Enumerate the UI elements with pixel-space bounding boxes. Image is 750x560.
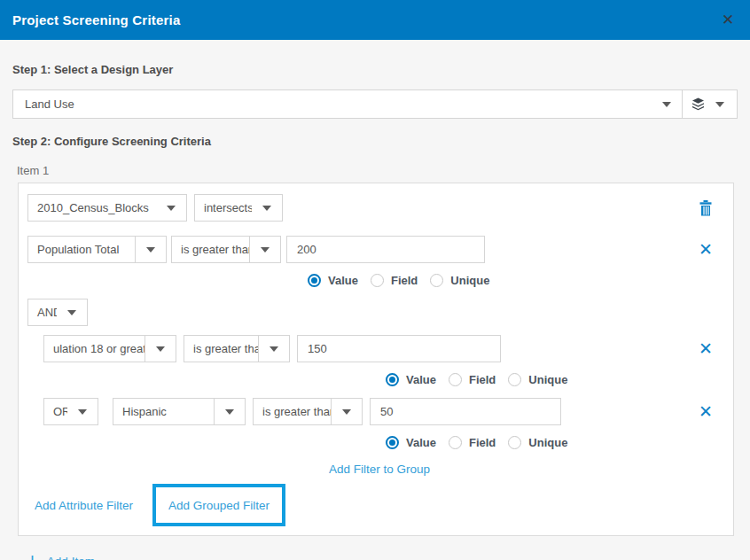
radio-field[interactable]: Field [449, 436, 496, 449]
dialog-content: Step 1: Select a Design Layer Land Use S… [0, 63, 750, 560]
layers-icon [691, 97, 705, 111]
radio-unselected-icon [449, 373, 462, 386]
close-icon: ✕ [699, 403, 713, 420]
dialog-header: Project Screening Criteria ✕ [0, 0, 750, 40]
attribute-filter-row-1: Population Total is greater than ✕ [27, 236, 718, 263]
filter3-input-type-radios: Value Field Unique [386, 434, 718, 450]
radio-unselected-icon [430, 274, 443, 287]
radio-unselected-icon [508, 436, 521, 449]
close-icon[interactable]: ✕ [718, 11, 738, 30]
item-criteria-box: 2010_Census_Blocks intersects [18, 183, 734, 536]
radio-field-label: Field [391, 274, 418, 287]
chevron-down-icon [250, 237, 280, 262]
radio-unique[interactable]: Unique [508, 373, 567, 386]
spatial-operator-dropdown[interactable]: intersects [194, 194, 283, 222]
filter3-value-input[interactable] [370, 398, 561, 425]
radio-selected-icon [308, 274, 321, 287]
chevron-down-icon [136, 237, 166, 262]
radio-unselected-icon [371, 274, 384, 287]
close-icon: ✕ [699, 241, 713, 258]
radio-value-label: Value [406, 373, 436, 386]
chevron-down-icon [145, 336, 176, 362]
radio-value-label: Value [406, 436, 436, 449]
radio-value[interactable]: Value [308, 274, 358, 287]
filter2-operator-dropdown[interactable]: is greater than [184, 335, 290, 362]
chevron-down-icon [252, 195, 282, 221]
radio-field[interactable]: Field [449, 373, 496, 386]
filter3-field-dropdown[interactable]: Hispanic [113, 398, 246, 425]
radio-unique[interactable]: Unique [508, 436, 567, 449]
remove-filter1-button[interactable]: ✕ [695, 239, 716, 261]
layer-options-button[interactable] [683, 90, 737, 118]
chevron-down-icon[interactable] [705, 102, 735, 107]
radio-unique-label: Unique [450, 274, 489, 287]
chevron-down-icon [156, 195, 186, 221]
radio-field-label: Field [469, 373, 496, 386]
radio-unique[interactable]: Unique [430, 274, 489, 287]
target-layer-dropdown[interactable]: 2010_Census_Blocks [27, 194, 187, 222]
step2-label: Step 2: Configure Screening Criteria [12, 135, 738, 148]
filter1-value-input[interactable] [286, 236, 485, 263]
item-label: Item 1 [17, 164, 738, 177]
add-grouped-filter-link[interactable]: Add Grouped Filter [168, 499, 270, 512]
radio-selected-icon [386, 373, 399, 386]
remove-filter3-button[interactable]: ✕ [695, 401, 716, 423]
radio-unselected-icon [449, 436, 462, 449]
filter2-field-dropdown[interactable]: ulation 18 or greater [43, 335, 176, 362]
radio-field[interactable]: Field [371, 274, 418, 287]
radio-field-label: Field [469, 436, 496, 449]
filter1-field-dropdown[interactable]: Population Total [27, 236, 167, 263]
add-item-button[interactable]: + Add Item [27, 551, 738, 560]
chevron-down-icon [259, 336, 289, 362]
remove-filter2-button[interactable]: ✕ [695, 338, 716, 360]
group-operator-dropdown[interactable]: AND [27, 299, 88, 326]
radio-unique-label: Unique [528, 373, 567, 386]
project-screening-criteria-dialog: Project Screening Criteria ✕ Step 1: Sel… [0, 0, 750, 560]
filter-actions-row: Add Attribute Filter Add Grouped Filter [35, 484, 718, 526]
chevron-down-icon [57, 299, 87, 325]
filter2-input-type-radios: Value Field Unique [386, 371, 718, 387]
design-layer-select[interactable]: Land Use [12, 89, 738, 119]
filter3-operator-dropdown[interactable]: is greater than [253, 398, 363, 425]
filter1-field-value: Population Total [28, 237, 135, 262]
radio-value-label: Value [328, 274, 358, 287]
grouped-filter-row-1: ulation 18 or greater is greater than ✕ [43, 335, 718, 362]
filter1-input-type-radios: Value Field Unique [308, 272, 718, 288]
design-layer-value: Land Use [13, 90, 652, 118]
step1-label: Step 1: Select a Design Layer [12, 63, 738, 76]
target-layer-value: 2010_Census_Blocks [28, 195, 156, 221]
filter1-operator-value: is greater than [172, 237, 249, 262]
filter3-field-value: Hispanic [113, 399, 214, 424]
trash-icon [699, 200, 713, 216]
dialog-title: Project Screening Criteria [12, 12, 180, 27]
filter2-operator-value: is greater than [184, 336, 258, 362]
group-operator-row: AND [27, 299, 718, 326]
filter2-value-input[interactable] [297, 335, 501, 362]
radio-value[interactable]: Value [386, 436, 436, 449]
add-attribute-filter-link[interactable]: Add Attribute Filter [35, 499, 133, 512]
add-item-label: Add Item [47, 555, 95, 560]
chevron-down-icon[interactable] [652, 90, 682, 118]
radio-selected-icon [386, 436, 399, 449]
delete-item-button[interactable] [695, 198, 716, 219]
grouped-filter-row-2: OR Hispanic is greater than ✕ [43, 398, 718, 425]
chevron-down-icon [67, 399, 98, 424]
filter1-operator-dropdown[interactable]: is greater than [171, 236, 281, 263]
close-icon: ✕ [699, 340, 713, 357]
spatial-filter-row: 2010_Census_Blocks intersects [27, 194, 718, 222]
radio-unselected-icon [508, 373, 521, 386]
tutorial-highlight-box: Add Grouped Filter [152, 484, 285, 526]
radio-value[interactable]: Value [386, 373, 436, 386]
spatial-operator-value: intersects [195, 195, 252, 221]
plus-icon: + [27, 551, 38, 560]
filter3-logical-operator-dropdown[interactable]: OR [43, 398, 98, 425]
chevron-down-icon [215, 399, 245, 424]
filter2-field-value: ulation 18 or greater [44, 336, 145, 362]
filter3-logical-operator-value: OR [44, 399, 67, 424]
add-filter-to-group-link[interactable]: Add Filter to Group [329, 463, 430, 476]
radio-unique-label: Unique [528, 436, 567, 449]
filter3-operator-value: is greater than [254, 399, 331, 424]
chevron-down-icon [332, 399, 362, 424]
group-operator-value: AND [28, 299, 57, 325]
